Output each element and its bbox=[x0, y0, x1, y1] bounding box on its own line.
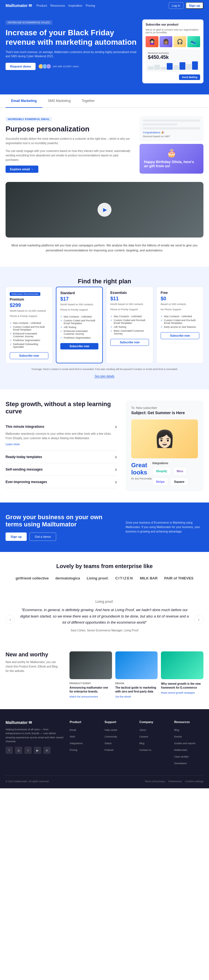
footer-link-contact[interactable]: Contact us bbox=[139, 749, 151, 751]
footer-desc: Helping businesses of all sizes — from e… bbox=[6, 727, 64, 744]
plan-essentials-btn[interactable]: Subscribe now bbox=[110, 339, 149, 346]
accordion-header-3[interactable]: Ever-improving messages ∨ bbox=[6, 480, 117, 484]
birthday-emoji: 🎂 bbox=[144, 148, 199, 158]
nav-link-product[interactable]: Product bbox=[37, 4, 47, 7]
hero-left: Increase Ecommerce Sales Increase of you… bbox=[6, 19, 137, 70]
hero-img-2: 👩🏽 bbox=[160, 36, 172, 47]
integration-feature-num: Great looks bbox=[131, 462, 152, 476]
plan-premium-btn[interactable]: Subscribe now bbox=[10, 352, 48, 359]
login-button[interactable]: Log In bbox=[169, 2, 183, 9]
social-yt-icon[interactable]: ▶ bbox=[34, 747, 41, 754]
footer-link-help[interactable]: Help centre bbox=[104, 729, 117, 732]
accordion-text-0: Mailtumator seamlessly connects to your … bbox=[6, 432, 112, 440]
accordion-header-2[interactable]: Self-sending messages ∨ bbox=[6, 467, 117, 472]
footer-link-guides[interactable]: Guides and reports bbox=[174, 742, 196, 745]
plan-standard-features: Max Contacts - Unlimited Custom Coded an… bbox=[60, 315, 98, 340]
send-mailing-button[interactable]: Send Mailing bbox=[179, 75, 200, 80]
brand-pair: PAIR of THIEVES bbox=[164, 576, 193, 580]
footer-resources-links: Blog Events Guides and reports Mailtumat… bbox=[174, 727, 203, 765]
plan-premium-price: $299 bbox=[10, 302, 48, 308]
revenue-bar-5 bbox=[173, 65, 179, 70]
play-button[interactable]: ▶ bbox=[97, 203, 112, 217]
news-tag-0: Product Event bbox=[70, 682, 112, 685]
plan-essentials-price: $11 bbox=[110, 296, 149, 302]
footer-link-pricing[interactable]: Pricing bbox=[70, 749, 78, 751]
see-plan-details-link[interactable]: See plan details bbox=[94, 375, 114, 378]
testimonial-next-button[interactable]: › bbox=[194, 615, 203, 624]
accordion-chevron-2: ∨ bbox=[115, 467, 117, 472]
video-desc: Most email marketing platforms tell you … bbox=[6, 237, 203, 258]
footer-link-integrations[interactable]: Integrations bbox=[70, 742, 83, 745]
grow-title: Grow your business on your own terms usi… bbox=[6, 514, 117, 528]
nav-link-resources[interactable]: Resources bbox=[50, 4, 65, 7]
accordion-header-1[interactable]: Ready-today templates ∨ bbox=[6, 455, 117, 459]
hero-title: Increase of your Black Friday revenue wi… bbox=[6, 28, 137, 47]
testimonial-brand: Living proof. bbox=[6, 600, 203, 604]
social-li-icon[interactable]: in bbox=[43, 747, 51, 754]
revenue-bar-2 bbox=[154, 65, 160, 70]
accordion-link-0[interactable]: Learn more bbox=[6, 442, 20, 447]
grow-section: Grow your business on your own terms usi… bbox=[0, 503, 209, 552]
hero-right: Subscribe our product We're so glad to c… bbox=[142, 19, 203, 83]
footer-link-email[interactable]: Email bbox=[70, 729, 76, 732]
accordion-header-0[interactable]: This minute integrations ∧ bbox=[6, 425, 117, 429]
footer-copyright: © 2022 Mailtumator. All rights reserved. bbox=[6, 780, 49, 783]
nav-link-pricing[interactable]: Pricing bbox=[86, 4, 95, 7]
nav-link-inspiration[interactable]: Inspiration bbox=[69, 4, 83, 7]
plan-standard-btn[interactable]: Subscribe now bbox=[60, 343, 98, 350]
plan-free: Free $0 Based on 500 contacts No Phone S… bbox=[156, 287, 203, 363]
footer-link-events[interactable]: Events bbox=[174, 735, 182, 738]
brand-girlfriend: girlfriend collective bbox=[16, 576, 49, 580]
footer-link-res-blog[interactable]: Blog bbox=[174, 729, 179, 732]
testimonial-section: Living proof. ‹ "Ecommerce, in general, … bbox=[0, 600, 209, 640]
plan-essentials-feat-0: Max Contacts - Unlimited bbox=[110, 315, 149, 318]
testimonial-text: "Ecommerce, in general, is definitely gr… bbox=[18, 607, 191, 632]
footer-link-community[interactable]: Community bbox=[104, 735, 117, 738]
footer-preferences-link[interactable]: Preferences bbox=[168, 780, 182, 783]
footer-link-podcast[interactable]: Podcast bbox=[104, 749, 114, 751]
plan-premium-feat-0: Max Contacts - Unlimited bbox=[10, 321, 48, 325]
news-link-1[interactable]: Get the ebook bbox=[115, 695, 158, 698]
hero-card-sub: We're so glad to connect now-our segment… bbox=[146, 28, 200, 34]
plan-premium-feat-1: Custom Coded and Pre-built Email Templat… bbox=[10, 325, 48, 332]
social-avatar-3 bbox=[46, 64, 51, 69]
social-fb-icon[interactable]: f bbox=[6, 747, 13, 754]
tab-email-marketing[interactable]: Email Marketing bbox=[6, 94, 42, 108]
accordion-chevron-1: ∨ bbox=[115, 455, 117, 459]
plan-free-price-sub: Based on 500 contacts bbox=[161, 303, 199, 305]
tab-together[interactable]: Together bbox=[76, 94, 101, 108]
plan-premium-feat-3: Predictive Segmentation bbox=[10, 338, 48, 342]
footer-link-case[interactable]: Case studies bbox=[174, 755, 189, 758]
news-link-0[interactable]: Watch the announcement bbox=[70, 695, 112, 698]
accordion-item-3: Ever-improving messages ∨ bbox=[6, 476, 117, 488]
testimonial-prev-button[interactable]: ‹ bbox=[6, 615, 15, 624]
footer-link-mail[interactable]: Mailtumator. bbox=[174, 749, 188, 751]
plan-standard-feat-2: A/B Testing bbox=[60, 325, 98, 329]
footer-link-careers[interactable]: Careers bbox=[139, 735, 148, 738]
news-link-2[interactable]: Read owned growth strategies bbox=[161, 691, 203, 694]
footer-link-about[interactable]: About bbox=[139, 729, 146, 732]
plan-standard-price: $17 bbox=[60, 296, 98, 302]
revenue-bar-4 bbox=[167, 63, 172, 70]
accordion-content-0: Mailtumator seamlessly connects to your … bbox=[6, 429, 117, 447]
brand-milkbar: MILK BAR bbox=[140, 576, 158, 580]
footer-terms-link[interactable]: Terms and privacy bbox=[145, 780, 165, 783]
nav-links: Product Resources Inspiration Pricing bbox=[37, 4, 95, 7]
grow-demo-button[interactable]: Get a demo bbox=[29, 533, 56, 541]
social-ig-icon[interactable]: ◎ bbox=[15, 747, 22, 754]
footer-link-blog[interactable]: Blog bbox=[139, 742, 144, 745]
explore-email-button[interactable]: Explore email → bbox=[6, 165, 38, 173]
preview-line-1 bbox=[143, 119, 200, 122]
footer-link-dev[interactable]: Developers bbox=[174, 762, 187, 765]
grow-signup-button[interactable]: Sign up bbox=[6, 533, 27, 541]
footer-link-sms[interactable]: SMS bbox=[70, 735, 75, 738]
tab-sms-marketing[interactable]: SMS Marketing bbox=[42, 94, 76, 108]
hero-social-text: Join with 10,000+ users bbox=[53, 65, 79, 68]
plan-free-btn[interactable]: Subscribe now bbox=[161, 332, 199, 339]
social-proof-section: Lovely by teams from enterprise like gir… bbox=[0, 552, 209, 600]
footer-link-status[interactable]: Status bbox=[104, 742, 112, 745]
social-tw-icon[interactable]: t bbox=[24, 747, 32, 754]
signup-button[interactable]: Sign up bbox=[186, 2, 203, 9]
footer-cookies-link[interactable]: Cookies settings bbox=[185, 780, 203, 783]
hero-cta-button[interactable]: Request demo bbox=[6, 63, 35, 70]
